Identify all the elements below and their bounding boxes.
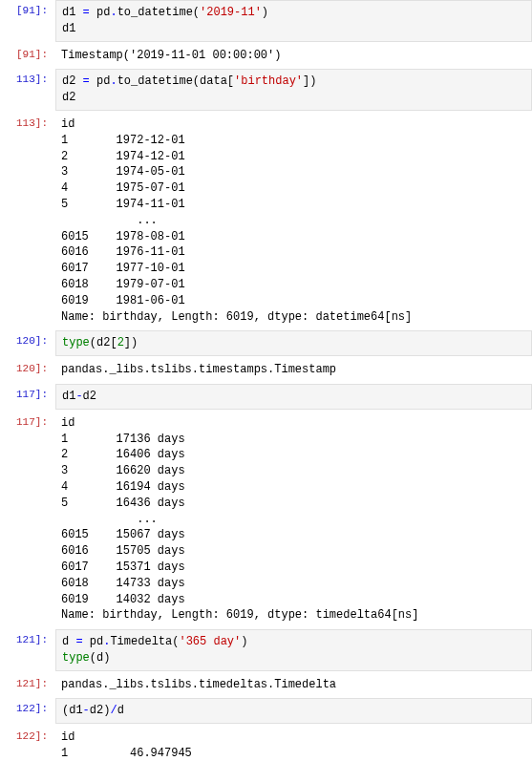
output-cell: [91]:Timestamp('2019-11-01 00:00:00') bbox=[0, 44, 532, 68]
output-cell: 122]:id 1 46.947945 2 44.947945 3 45.534… bbox=[0, 726, 532, 761]
code-content[interactable]: d2 = pd.to_datetime(data['birthday']) d2 bbox=[55, 69, 532, 111]
output-content: id 1 17136 days 2 16406 days 3 16620 day… bbox=[55, 412, 532, 627]
code-cell: 120]:type(d2[2]) bbox=[0, 330, 532, 356]
code-cell: 117]:d1-d2 bbox=[0, 384, 532, 410]
notebook-container: [91]:d1 = pd.to_datetime('2019-11') d1[9… bbox=[0, 0, 532, 761]
output-content: pandas._libs.tslibs.timedeltas.Timedelta bbox=[55, 673, 532, 697]
code-cell: 122]:(d1-d2)/d bbox=[0, 698, 532, 724]
output-cell: 121]:pandas._libs.tslibs.timedeltas.Time… bbox=[0, 673, 532, 697]
prompt-in: 120]: bbox=[0, 330, 55, 356]
output-content: pandas._libs.tslibs.timestamps.Timestamp bbox=[55, 358, 532, 382]
prompt-in: 121]: bbox=[0, 629, 55, 671]
output-content: id 1 46.947945 2 44.947945 3 45.534247 4… bbox=[55, 726, 532, 761]
prompt-in: [91]: bbox=[0, 0, 55, 42]
code-content[interactable]: d1 = pd.to_datetime('2019-11') d1 bbox=[55, 0, 532, 42]
prompt-in: 117]: bbox=[0, 384, 55, 410]
code-cell: 121]:d = pd.Timedelta('365 day') type(d) bbox=[0, 629, 532, 671]
code-cell: [91]:d1 = pd.to_datetime('2019-11') d1 bbox=[0, 0, 532, 42]
code-content[interactable]: (d1-d2)/d bbox=[55, 698, 532, 724]
output-cell: 120]:pandas._libs.tslibs.timestamps.Time… bbox=[0, 358, 532, 382]
output-content: Timestamp('2019-11-01 00:00:00') bbox=[55, 44, 532, 68]
prompt-out: 122]: bbox=[0, 726, 55, 761]
output-cell: 113]:id 1 1972-12-01 2 1974-12-01 3 1974… bbox=[0, 113, 532, 328]
prompt-out: 120]: bbox=[0, 358, 55, 382]
prompt-in: 122]: bbox=[0, 698, 55, 724]
output-cell: 117]:id 1 17136 days 2 16406 days 3 1662… bbox=[0, 412, 532, 627]
prompt-out: 121]: bbox=[0, 673, 55, 697]
prompt-out: 117]: bbox=[0, 412, 55, 627]
prompt-out: [91]: bbox=[0, 44, 55, 68]
code-content[interactable]: d = pd.Timedelta('365 day') type(d) bbox=[55, 629, 532, 671]
code-cell: 113]:d2 = pd.to_datetime(data['birthday'… bbox=[0, 69, 532, 111]
output-content: id 1 1972-12-01 2 1974-12-01 3 1974-05-0… bbox=[55, 113, 532, 328]
code-content[interactable]: type(d2[2]) bbox=[55, 330, 532, 356]
prompt-in: 113]: bbox=[0, 69, 55, 111]
code-content[interactable]: d1-d2 bbox=[55, 384, 532, 410]
prompt-out: 113]: bbox=[0, 113, 55, 328]
